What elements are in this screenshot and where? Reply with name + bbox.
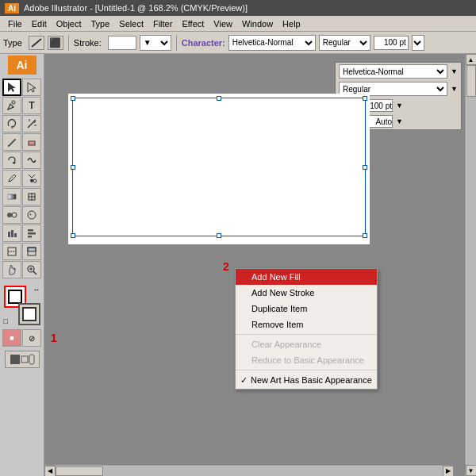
column-graph-tool[interactable] — [2, 225, 21, 242]
svg-rect-33 — [28, 248, 36, 251]
scroll-up-btn[interactable]: ▲ — [466, 54, 477, 65]
eyedropper-tool[interactable] — [2, 170, 21, 187]
zoom-tool[interactable] — [22, 261, 41, 278]
scroll-left-btn[interactable]: ◀ — [44, 466, 56, 477]
svg-point-20 — [12, 213, 17, 217]
ctx-checkmark: ✓ — [240, 375, 248, 385]
menu-edit[interactable]: Edit — [27, 16, 52, 31]
stroke-indicator[interactable] — [18, 303, 40, 325]
warp-tool[interactable] — [22, 152, 41, 169]
menu-window[interactable]: Window — [237, 16, 278, 31]
symbol-tool[interactable]: * — [22, 206, 41, 224]
character-label: Character: — [182, 38, 225, 48]
tool-row-3 — [2, 115, 41, 132]
swap-icon[interactable]: ↔ — [33, 286, 40, 294]
bar-graph-tool[interactable] — [22, 225, 41, 242]
select-tool[interactable] — [2, 79, 21, 96]
svg-point-19 — [7, 213, 12, 217]
ctx-clear-appearance: Clear Appearance — [236, 336, 377, 352]
tool-row-8: * — [2, 206, 41, 224]
toolbar: Type ⬛ Stroke: ▼ Character: Helvetica-No… — [0, 32, 476, 54]
char-panel-font-row: Helvetica-Normal ▼ — [336, 63, 461, 80]
hand-tool[interactable] — [2, 261, 21, 278]
direct-select-tool[interactable] — [22, 79, 41, 96]
default-colors-icon[interactable]: □ — [4, 317, 8, 325]
lasso-tool[interactable] — [2, 115, 21, 132]
gradient-tool[interactable] — [2, 188, 21, 205]
screen-mode-btn[interactable] — [5, 351, 40, 368]
style-select[interactable]: Regular — [319, 35, 370, 51]
tool-row-6 — [2, 170, 41, 187]
font-size-input[interactable] — [374, 36, 409, 50]
type-tool[interactable]: T — [22, 97, 41, 114]
fill-stroke-area: ↔ □ — [4, 286, 40, 325]
scroll-thumb-h[interactable] — [56, 466, 103, 476]
slice-tool[interactable] — [2, 243, 21, 260]
mesh-tool[interactable] — [22, 188, 41, 205]
tool-row-5 — [2, 152, 41, 169]
tool-row-7 — [2, 188, 41, 205]
pencil-tool[interactable] — [2, 133, 21, 151]
stroke-select[interactable]: ▼ — [140, 35, 171, 51]
no-color-btn[interactable]: ⊘ — [22, 329, 41, 347]
toolbar-divider-2 — [176, 35, 177, 51]
ctx-remove-item[interactable]: Remove Item — [236, 317, 377, 332]
menu-effect[interactable]: Effect — [177, 16, 209, 31]
scroll-down-btn[interactable]: ▼ — [466, 465, 477, 476]
svg-rect-27 — [28, 229, 33, 232]
svg-marker-2 — [28, 83, 36, 92]
paintbucket-tool[interactable] — [22, 170, 41, 187]
char-panel-style-arrow[interactable]: ▼ — [451, 85, 458, 93]
svg-line-35 — [33, 271, 36, 274]
solid-color-btn[interactable]: ■ — [2, 329, 21, 347]
slice-select-tool[interactable] — [22, 243, 41, 260]
scroll-right-btn[interactable]: ▶ — [443, 466, 454, 477]
menu-file[interactable]: File — [3, 16, 27, 31]
label-2: 2 — [223, 260, 229, 273]
eraser-tool[interactable] — [22, 133, 41, 151]
svg-rect-38 — [10, 355, 20, 364]
menu-object[interactable]: Object — [52, 16, 86, 31]
ctx-new-art-basic[interactable]: ✓New Art Has Basic Appearance — [236, 372, 377, 389]
menu-help[interactable]: Help — [278, 16, 305, 31]
pen-tool[interactable] — [2, 97, 21, 114]
scroll-thumb-v[interactable] — [466, 65, 476, 97]
ctx-add-new-stroke[interactable]: Add New Stroke — [236, 285, 377, 301]
magic-wand-tool[interactable] — [22, 115, 41, 132]
char-tracking-arrow[interactable]: ▼ — [396, 117, 403, 125]
svg-point-14 — [33, 179, 36, 182]
font-size-select[interactable]: ▼ — [412, 35, 424, 51]
stroke-input[interactable] — [108, 36, 136, 50]
char-size-arrow[interactable]: ▼ — [396, 102, 403, 109]
tool-row-4 — [2, 133, 41, 151]
stroke-mode-icon[interactable]: ⬛ — [48, 36, 63, 50]
ai-badge: Ai — [8, 56, 36, 75]
rotate-tool[interactable] — [2, 152, 21, 169]
svg-rect-10 — [29, 141, 35, 145]
menu-type[interactable]: Type — [86, 16, 115, 31]
svg-marker-1 — [8, 83, 16, 92]
main-area: Ai T — [0, 54, 476, 476]
tool-row-11 — [2, 261, 41, 278]
tool-row-1 — [2, 79, 41, 96]
ctx-divider-2 — [236, 370, 377, 370]
char-panel-font-arrow[interactable]: ▼ — [451, 67, 458, 75]
white-canvas — [68, 94, 370, 244]
stroke-tool-icon[interactable] — [29, 36, 44, 50]
bottom-scrollbar[interactable]: ◀ ▶ — [44, 465, 454, 476]
tool-row-2: T — [2, 97, 41, 114]
menu-filter[interactable]: Filter — [148, 16, 177, 31]
canvas-area: Helvetica-Normal ▼ Regular ▼ T ▼ AV ▼ — [44, 54, 465, 476]
char-panel-font-select[interactable]: Helvetica-Normal — [339, 64, 447, 79]
svg-rect-40 — [29, 355, 34, 364]
color-mode-row: ■ ⊘ — [2, 329, 41, 347]
ctx-duplicate-item[interactable]: Duplicate Item — [236, 301, 377, 317]
menu-view[interactable]: View — [209, 16, 237, 31]
type-label: Type — [3, 38, 22, 48]
font-select[interactable]: Helvetica-Normal — [228, 35, 316, 51]
menu-select[interactable]: Select — [114, 16, 148, 31]
right-scrollbar[interactable]: ▲ ▼ — [465, 54, 476, 476]
ctx-add-new-fill[interactable]: Add New Fill — [236, 269, 377, 285]
blend-tool[interactable] — [2, 206, 21, 224]
label-1: 1 — [51, 332, 57, 344]
